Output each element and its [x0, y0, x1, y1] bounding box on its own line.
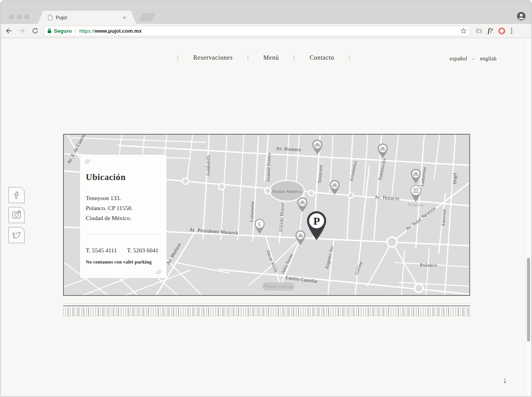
secure-lock-icon — [47, 28, 52, 33]
browser-window: Pujol × Seguro | https://www.pujol.co — [0, 0, 532, 397]
metro-station-label-polanco: Polanco — [408, 202, 424, 207]
browser-tab[interactable]: Pujol × — [38, 11, 136, 24]
minimize-window-button[interactable] — [17, 15, 22, 19]
nav-separator: | — [349, 55, 350, 61]
phone-number-2: T. 5203 6041 — [127, 247, 158, 254]
phone-number-1: T. 5545 4111 — [86, 247, 117, 254]
address-block: Tennyson 133. Polanco. CP 11550. Ciudad … — [86, 193, 133, 223]
card-divider — [86, 234, 160, 234]
browser-menu-icon[interactable] — [511, 28, 512, 34]
address-line: Ciudad de México. — [86, 213, 133, 223]
card-title: Ubicación — [86, 172, 126, 182]
url-divider: | — [75, 28, 77, 34]
location-card: Ubicación Tennyson 133. Polanco. CP 1155… — [80, 155, 167, 278]
language-separator: - — [473, 56, 475, 62]
close-window-button[interactable] — [9, 15, 14, 19]
address-line: Polanco. CP 11550. — [86, 203, 133, 213]
instagram-button[interactable] — [8, 207, 25, 223]
nav-item-menu[interactable]: Menú — [263, 54, 279, 61]
scroll-down-arrow[interactable]: ↓ — [503, 375, 507, 385]
twitter-icon — [12, 231, 21, 239]
window-controls[interactable] — [9, 15, 29, 19]
area-label-polanco: Polanco — [420, 262, 437, 268]
tab-strip: Pujol × — [1, 1, 531, 24]
url-host: www.pujol.com.mx — [95, 28, 142, 34]
nav-separator: | — [247, 55, 249, 61]
instagram-icon — [12, 210, 21, 220]
nav-item-contacto[interactable]: Contacto — [310, 54, 334, 61]
valet-note: No contamos con valet parking — [86, 259, 152, 265]
nav-separator: | — [177, 55, 179, 61]
tab-close-icon[interactable]: × — [123, 15, 126, 20]
street-label-hegel: Hegel — [452, 173, 457, 184]
bike-share-pin — [295, 230, 306, 245]
street-label-goldsmith: Goldsmith — [206, 155, 210, 175]
new-tab-button[interactable] — [138, 13, 156, 21]
metro-station-pin — [409, 184, 423, 202]
site-navigation: | Reservaciones | Menú | Contacto | — [1, 54, 527, 61]
park-label-parque-america: Parque América — [272, 189, 302, 193]
browser-toolbar: Seguro | https://www.pujol.com.mx f? — [1, 24, 531, 38]
nav-separator: | — [294, 55, 295, 61]
svg-text:E: E — [258, 221, 261, 227]
tab-title: Pujol — [56, 15, 67, 20]
ornament-line — [63, 305, 470, 306]
back-button[interactable] — [4, 26, 14, 36]
bike-share-pin — [297, 197, 308, 212]
address-bar[interactable]: Seguro | https://www.pujol.com.mx — [44, 26, 470, 36]
svg-text:P: P — [313, 215, 320, 227]
fn-extension-icon[interactable]: f? — [488, 27, 493, 34]
nav-item-reservaciones[interactable]: Reservaciones — [193, 54, 233, 61]
ornament-fringe — [63, 307, 470, 316]
twitter-button[interactable] — [8, 227, 25, 243]
location-map: Av. F. de Cuerna Goldsmith Anatole Franc… — [63, 134, 470, 296]
page-content: | Reservaciones | Menú | Contacto | espa… — [1, 38, 527, 397]
facebook-button[interactable] — [8, 187, 25, 203]
entrance-pin: E — [253, 218, 266, 234]
scrollbar-track[interactable] — [526, 38, 531, 396]
pujol-location-pin: P — [305, 210, 328, 240]
bike-share-pin — [329, 180, 340, 195]
page-favicon-icon — [48, 15, 53, 20]
address-line: Tennyson 133. — [86, 193, 133, 203]
bookmark-star-icon[interactable] — [460, 28, 467, 34]
scrollbar-thumb[interactable] — [527, 258, 530, 342]
language-option-espanol[interactable]: español — [450, 56, 467, 62]
security-label: Seguro — [54, 28, 72, 34]
bike-share-pin — [410, 168, 422, 184]
language-switcher: español - english — [450, 56, 497, 62]
facebook-icon — [13, 190, 20, 200]
language-option-english[interactable]: english — [480, 56, 497, 62]
hatch-ornament-icon — [155, 269, 162, 275]
bike-share-pin — [312, 139, 323, 155]
reload-button[interactable] — [30, 26, 40, 36]
red-o-extension-icon[interactable] — [498, 27, 505, 35]
url-protocol: https:// — [79, 28, 95, 34]
hatch-ornament-icon — [84, 158, 91, 164]
zoom-window-button[interactable] — [25, 15, 29, 19]
camera-extension-icon[interactable] — [475, 28, 482, 33]
bike-share-pin — [377, 143, 389, 158]
extensions-area: f? — [475, 27, 512, 35]
forward-button[interactable] — [17, 26, 27, 36]
profile-avatar-icon[interactable] — [517, 12, 526, 21]
ornament-line — [63, 303, 470, 304]
